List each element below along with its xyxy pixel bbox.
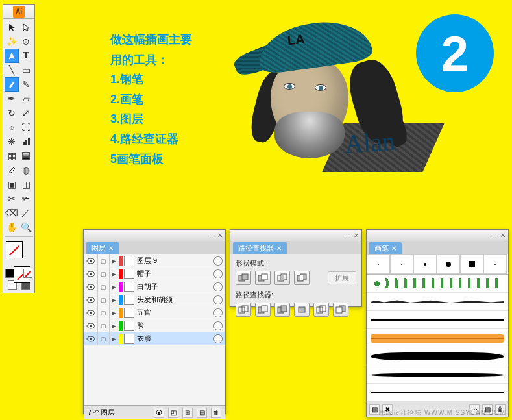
eraser-tool[interactable]: ▱ — [19, 92, 33, 106]
layer-row[interactable]: ▢▶帽子 — [84, 267, 225, 280]
merge-button[interactable] — [274, 303, 290, 317]
brush-item[interactable] — [367, 329, 508, 347]
brush-item[interactable] — [367, 347, 508, 365]
lock-icon[interactable]: ▢ — [98, 293, 110, 306]
selection-tool[interactable] — [5, 20, 19, 34]
eyedropper-tool[interactable] — [5, 163, 19, 177]
tab-close-icon[interactable]: ✕ — [108, 245, 114, 252]
visibility-icon[interactable] — [84, 293, 98, 306]
color-mode[interactable] — [5, 269, 14, 278]
fill-stroke-swatches[interactable] — [6, 241, 32, 267]
lock-icon[interactable]: ▢ — [98, 332, 110, 345]
pen-tool[interactable] — [5, 49, 19, 63]
layer-row[interactable]: ▢▶头发和胡须 — [84, 293, 225, 306]
delete-layer-icon[interactable]: 🗑 — [211, 408, 221, 418]
target-icon[interactable] — [213, 308, 223, 317]
expand-icon[interactable]: ▶ — [110, 284, 117, 290]
unite-button[interactable] — [236, 271, 251, 285]
target-icon[interactable] — [213, 321, 223, 330]
tab-brushes[interactable]: 画笔 ✕ — [369, 242, 402, 254]
layer-row[interactable]: ▢▶五官 — [84, 306, 225, 319]
crop-button[interactable] — [294, 303, 310, 317]
scale-tool[interactable]: ⤢ — [19, 106, 33, 120]
lock-icon[interactable]: ▢ — [98, 306, 110, 319]
pencil-tool[interactable]: ✎ — [19, 77, 33, 92]
brush-item[interactable] — [367, 365, 508, 384]
target-icon[interactable] — [213, 334, 223, 343]
minus-front-button[interactable] — [255, 271, 271, 285]
eraser2-tool[interactable]: ⌫ — [5, 206, 19, 220]
brush-library-icon[interactable]: ▤ — [369, 404, 380, 415]
brush-tile[interactable] — [483, 254, 507, 274]
trim-button[interactable] — [255, 303, 271, 317]
expand-icon[interactable]: ▶ — [110, 297, 117, 303]
lock-icon[interactable]: ▢ — [98, 280, 110, 293]
intersect-button[interactable] — [274, 271, 290, 285]
layer-row[interactable]: ▢▶衣服 — [84, 332, 225, 345]
layer-row[interactable]: ▢▶白胡子 — [84, 280, 225, 293]
target-icon[interactable] — [213, 282, 223, 291]
exclude-button[interactable] — [294, 271, 310, 285]
visibility-icon[interactable] — [84, 280, 98, 293]
scissors-tool[interactable]: ✃ — [19, 191, 33, 206]
brush-tile[interactable] — [460, 254, 483, 274]
divide-button[interactable] — [236, 303, 251, 317]
visibility-icon[interactable] — [84, 332, 98, 345]
visibility-icon[interactable] — [84, 267, 98, 280]
minimize-icon[interactable]: — — [491, 232, 498, 239]
visibility-icon[interactable] — [84, 306, 98, 319]
new-sublayer-icon[interactable]: ⊞ — [182, 408, 193, 418]
panel-titlebar[interactable]: — ✕ — [367, 230, 508, 241]
close-icon[interactable]: ✕ — [217, 232, 223, 239]
target-icon[interactable] — [213, 269, 223, 278]
minimize-icon[interactable]: — — [208, 232, 215, 239]
brush-tile[interactable] — [437, 254, 460, 274]
expand-icon[interactable]: ▶ — [110, 258, 117, 264]
gradient-tool[interactable] — [19, 149, 33, 163]
warp-tool[interactable]: ⟐ — [5, 120, 19, 134]
rotate-tool[interactable]: ↻ — [5, 106, 19, 120]
locate-object-icon[interactable]: ⦿ — [154, 408, 164, 418]
minus-back-button[interactable] — [333, 303, 348, 317]
minimize-icon[interactable]: — — [345, 232, 351, 239]
target-icon[interactable] — [213, 295, 223, 304]
visibility-icon[interactable] — [84, 254, 98, 267]
graph-tool[interactable] — [19, 134, 33, 149]
expand-icon[interactable]: ▶ — [110, 336, 117, 342]
target-icon[interactable] — [213, 256, 223, 266]
hand-tool[interactable]: ✋ — [5, 220, 19, 234]
new-layer-icon[interactable]: ▤ — [197, 408, 207, 418]
lock-icon[interactable]: ▢ — [98, 254, 110, 267]
layer-row[interactable]: ▢▶脸 — [84, 319, 225, 332]
type-tool[interactable]: T — [19, 49, 33, 63]
brush-tile[interactable] — [367, 254, 390, 274]
expand-icon[interactable]: ▶ — [110, 310, 117, 316]
knife-tool[interactable]: ／ — [19, 206, 33, 220]
magic-wand-tool[interactable]: ✨ — [5, 34, 19, 49]
symbol-sprayer-tool[interactable]: ❋ — [5, 134, 19, 149]
blob-brush-tool[interactable]: ✒ — [5, 92, 19, 106]
live-paint-tool[interactable]: ▣ — [5, 177, 19, 191]
expand-button[interactable]: 扩展 — [328, 271, 356, 284]
zoom-tool[interactable]: 🔍 — [19, 220, 33, 234]
rectangle-tool[interactable]: ▭ — [19, 63, 33, 77]
direct-selection-tool[interactable] — [19, 20, 33, 34]
brush-item[interactable] — [367, 293, 508, 311]
visibility-icon[interactable] — [84, 319, 98, 332]
expand-icon[interactable]: ▶ — [110, 323, 117, 329]
brush-item[interactable] — [367, 384, 508, 402]
tab-close-icon[interactable]: ✕ — [391, 245, 396, 252]
make-clip-icon[interactable]: ◰ — [168, 408, 178, 418]
expand-icon[interactable]: ▶ — [110, 271, 117, 277]
blend-tool[interactable]: ◍ — [19, 163, 33, 177]
mesh-tool[interactable]: ▦ — [5, 149, 19, 163]
lock-icon[interactable]: ▢ — [98, 319, 110, 332]
brush-item[interactable] — [367, 311, 508, 329]
line-tool[interactable]: ╲ — [5, 63, 19, 77]
lock-icon[interactable]: ▢ — [98, 267, 110, 280]
none-mode[interactable] — [23, 269, 32, 278]
tab-pathfinder[interactable]: 路径查找器 ✕ — [233, 242, 287, 254]
tab-layers[interactable]: 图层 ✕ — [86, 242, 119, 254]
lasso-tool[interactable]: ⊙ — [19, 34, 33, 49]
paintbrush-tool[interactable] — [5, 77, 19, 92]
